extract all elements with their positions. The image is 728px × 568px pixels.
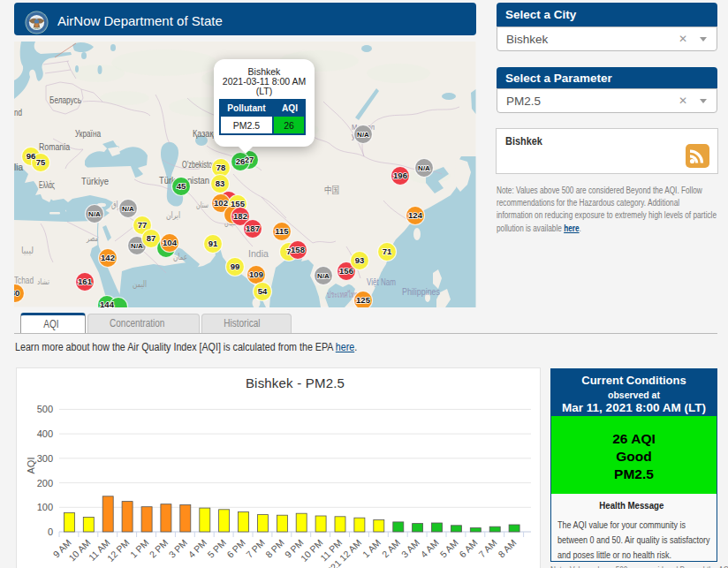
- svg-text:0: 0: [48, 526, 53, 537]
- svg-text:30: 30: [14, 288, 19, 298]
- svg-text:83: 83: [216, 178, 225, 188]
- svg-text:93: 93: [355, 255, 365, 265]
- svg-text:156: 156: [339, 266, 353, 276]
- svg-text:2 AM: 2 AM: [380, 537, 402, 559]
- svg-text:ایران: ایران: [166, 210, 180, 220]
- svg-text:78: 78: [216, 163, 226, 172]
- svg-text:100: 100: [37, 502, 53, 512]
- svg-text:India: India: [248, 248, 269, 259]
- svg-text:75: 75: [36, 157, 46, 167]
- svg-text:مصر: مصر: [86, 233, 98, 243]
- svg-text:10 PM: 10 PM: [299, 537, 325, 564]
- svg-text:7 AM: 7 AM: [476, 537, 498, 559]
- svg-text:104: 104: [163, 238, 178, 247]
- svg-text:109: 109: [249, 269, 263, 279]
- svg-text:N/A: N/A: [317, 272, 330, 280]
- svg-text:6 AM: 6 AM: [457, 537, 479, 559]
- svg-text:N/A: N/A: [357, 131, 369, 139]
- svg-text:ليبيا: ليبيا: [21, 246, 34, 255]
- svg-text:200: 200: [37, 478, 53, 488]
- svg-text:N/A: N/A: [418, 164, 430, 172]
- svg-text:5 AM: 5 AM: [437, 537, 459, 559]
- svg-text:Romania: Romania: [39, 141, 71, 152]
- svg-text:99: 99: [231, 261, 240, 271]
- svg-text:45: 45: [177, 181, 186, 191]
- svg-text:Việt Nam: Việt Nam: [367, 277, 396, 287]
- svg-text:12 PM: 12 PM: [105, 537, 132, 564]
- svg-text:N/A: N/A: [131, 242, 143, 250]
- svg-text:4 PM: 4 PM: [186, 537, 209, 560]
- svg-text:27: 27: [245, 155, 254, 164]
- svg-text:96: 96: [27, 151, 36, 161]
- svg-text:O’zbekiston: O’zbekiston: [182, 160, 216, 170]
- svg-text:182: 182: [233, 211, 247, 221]
- svg-text:1 PM: 1 PM: [128, 537, 151, 560]
- svg-text:161: 161: [78, 276, 93, 286]
- svg-text:2 PM: 2 PM: [147, 537, 170, 560]
- svg-text:Bishkek - PM2.5: Bishkek - PM2.5: [246, 375, 345, 390]
- svg-text:Philippines: Philippines: [402, 287, 440, 297]
- svg-text:7 PM: 7 PM: [244, 537, 267, 560]
- svg-text:158: 158: [291, 245, 305, 254]
- svg-text:155: 155: [231, 199, 246, 208]
- svg-text:91: 91: [209, 239, 218, 248]
- svg-text:144: 144: [100, 299, 115, 307]
- svg-text:تشاد: تشاد: [37, 277, 49, 286]
- svg-text:54: 54: [258, 286, 268, 296]
- svg-text:N/A: N/A: [88, 210, 101, 218]
- svg-text:N/A: N/A: [122, 205, 134, 213]
- svg-text:142: 142: [101, 253, 115, 262]
- svg-text:Türkiye: Türkiye: [81, 176, 109, 186]
- svg-text:10 AM: 10 AM: [66, 537, 93, 564]
- svg-text:ستان: ستان: [196, 201, 209, 209]
- svg-text:lia: lia: [14, 162, 24, 172]
- svg-text:400: 400: [37, 428, 53, 439]
- svg-text:500: 500: [37, 404, 53, 414]
- svg-text:3 AM: 3 AM: [399, 537, 421, 559]
- svg-text:nd: nd: [14, 107, 22, 117]
- svg-text:87: 87: [147, 233, 156, 243]
- svg-text:71: 71: [383, 246, 392, 256]
- svg-text:3 PM: 3 PM: [166, 537, 189, 560]
- svg-text:6 PM: 6 PM: [224, 537, 247, 560]
- svg-text:عمان: عمان: [173, 252, 187, 261]
- svg-text:اليمن: اليمن: [133, 279, 147, 289]
- svg-text:AQI: AQI: [26, 458, 36, 474]
- svg-text:187: 187: [246, 223, 260, 233]
- svg-text:5 PM: 5 PM: [205, 537, 228, 560]
- svg-text:115: 115: [275, 226, 289, 236]
- svg-text:26: 26: [236, 156, 246, 166]
- svg-text:196: 196: [393, 170, 407, 180]
- svg-text:8 AM: 8 AM: [496, 537, 518, 559]
- svg-text:Беларусь: Беларусь: [49, 95, 81, 105]
- svg-text:1 AM: 1 AM: [360, 537, 383, 559]
- svg-text:300: 300: [37, 453, 53, 464]
- svg-text:4 AM: 4 AM: [419, 537, 441, 559]
- svg-text:102: 102: [214, 198, 228, 208]
- svg-text:77: 77: [138, 220, 148, 230]
- svg-text:125: 125: [356, 295, 371, 305]
- svg-text:中国: 中国: [324, 185, 339, 195]
- svg-text:Україна: Україна: [75, 128, 102, 139]
- svg-text:124: 124: [408, 210, 423, 220]
- svg-text:8 PM: 8 PM: [263, 537, 286, 560]
- svg-text:Ελλάς: Ελλάς: [39, 180, 55, 190]
